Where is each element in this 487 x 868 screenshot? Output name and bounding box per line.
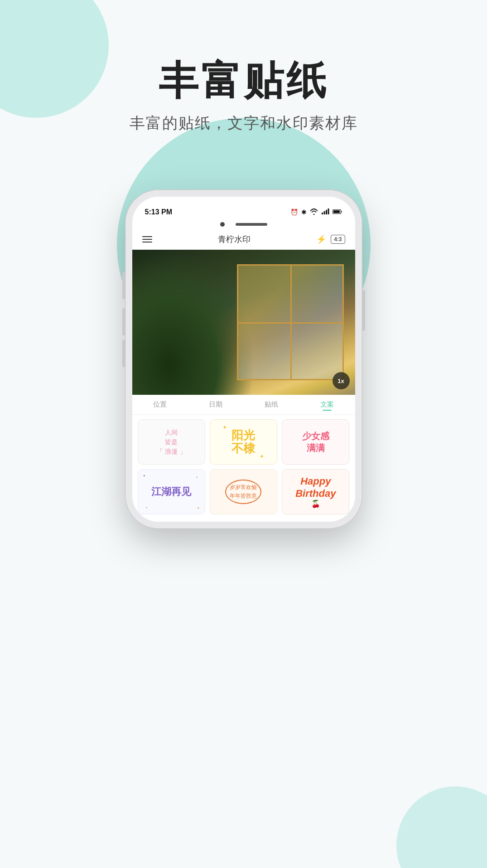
tab-location[interactable]: 位置 [153, 400, 167, 411]
window-cross-v [290, 266, 292, 379]
ratio-badge[interactable]: 4:3 [331, 235, 345, 244]
speaker-bar [236, 223, 267, 226]
page-sub-title: 丰富的贴纸，文字和水印素材库 [0, 113, 487, 134]
sticker-item-5[interactable]: 岁岁常欢愉年年皆胜意 [210, 469, 277, 514]
phone-outer-shell: 5:13 PM ⏰ ✱ [126, 190, 362, 528]
svg-rect-1 [323, 211, 325, 214]
sticker-item-1[interactable]: 「 人间皆是浪漫 」 [138, 419, 205, 465]
signal-icon [321, 209, 329, 216]
window-overlay [237, 264, 344, 380]
bg-blob-bottomright [396, 786, 487, 868]
status-bar: 5:13 PM ⏰ ✱ [132, 197, 355, 220]
tab-text[interactable]: 文案 [320, 400, 334, 411]
sticker-5-bubble: 岁岁常欢愉年年皆胜意 [225, 480, 261, 504]
menu-line-2 [142, 239, 152, 240]
camera-dot [220, 222, 225, 227]
bluetooth-icon: ✱ [301, 209, 307, 216]
sticker-item-3[interactable]: 少女感满满 [282, 419, 349, 465]
page-main-title: 丰富贴纸 [0, 59, 487, 103]
tab-bar: 位置 日期 贴纸 文案 [132, 395, 355, 415]
svg-rect-0 [322, 213, 323, 214]
sticker-item-6[interactable]: HappyBirthday 🍒 [282, 469, 349, 514]
sticker-item-2[interactable]: ✦ 阳光不棣 ✦ [210, 419, 277, 465]
flash-icon[interactable]: ⚡ [316, 234, 326, 244]
wifi-icon [310, 209, 318, 216]
tab-sticker[interactable]: 贴纸 [265, 400, 278, 411]
tab-date[interactable]: 日期 [209, 400, 222, 411]
sticker-grid: 「 人间皆是浪漫 」 ✦ 阳光不棣 ✦ 少女感满满 [132, 415, 355, 522]
phone-screen: 5:13 PM ⏰ ✱ [132, 197, 355, 522]
status-time: 5:13 PM [145, 208, 172, 216]
header-section: 丰富贴纸 丰富的贴纸，文字和水印素材库 [0, 59, 487, 134]
camera-notch [132, 220, 355, 229]
menu-line-3 [142, 242, 152, 242]
svg-rect-3 [328, 209, 329, 214]
menu-button[interactable] [142, 236, 152, 242]
toolbar-right-buttons: ⚡ 4:3 [316, 234, 345, 244]
sticker-item-4[interactable]: • • • • 江湖再见 [138, 469, 205, 514]
alarm-icon: ⏰ [290, 209, 298, 216]
app-title: 青柠水印 [218, 234, 251, 245]
plant-overlay [132, 250, 255, 395]
status-icons-group: ⏰ ✱ [290, 209, 342, 216]
svg-rect-5 [333, 210, 340, 213]
camera-viewfinder: 1x [132, 250, 355, 395]
menu-line-1 [142, 236, 152, 237]
phone-mockup: 5:13 PM ⏰ ✱ [126, 190, 362, 528]
svg-rect-2 [326, 210, 327, 214]
battery-icon [333, 209, 342, 216]
app-toolbar: 青柠水印 ⚡ 4:3 [132, 229, 355, 250]
zoom-badge[interactable]: 1x [333, 372, 350, 389]
